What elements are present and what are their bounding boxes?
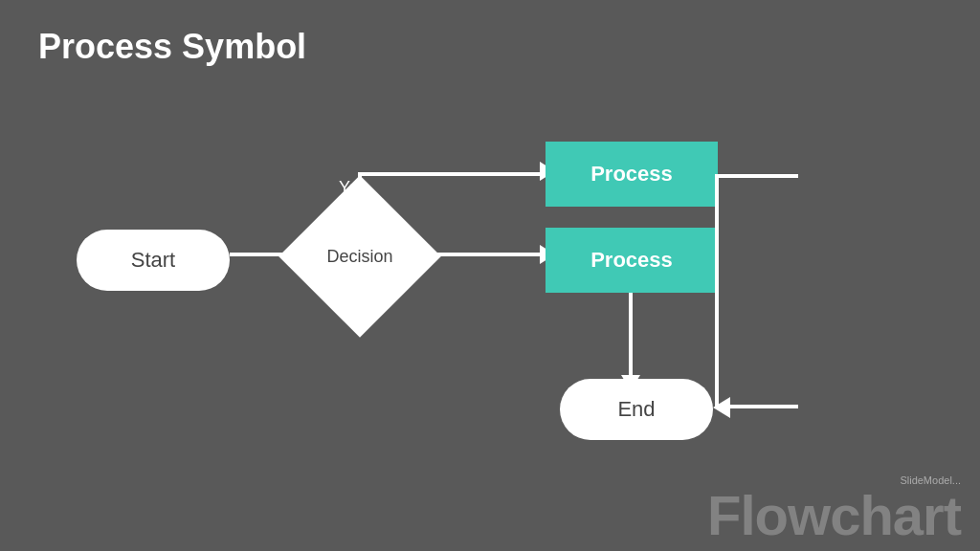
start-shape: Start xyxy=(77,230,230,291)
arrow-process2-to-end xyxy=(629,293,633,379)
watermark-large-text: Flowchart xyxy=(707,484,961,546)
bracket-vertical-line xyxy=(715,174,719,408)
arrow-no-to-process2 xyxy=(417,253,546,256)
bracket-arrow-to-end xyxy=(713,397,730,418)
yes-label: Yes xyxy=(339,178,367,198)
no-label: No xyxy=(339,295,361,315)
process2-label: Process xyxy=(590,248,673,273)
decision-label: Decision xyxy=(302,231,417,281)
process1-label: Process xyxy=(590,162,673,187)
end-label: End xyxy=(617,397,655,422)
start-label: Start xyxy=(131,248,175,273)
flowchart-container: Start Decision Yes No Process Process xyxy=(0,86,980,526)
slide: Process Symbol Start Decision Yes No Pro… xyxy=(0,0,980,551)
watermark: SlideModel... Flowchart xyxy=(707,474,961,543)
bracket-top-line xyxy=(716,174,798,178)
line-decision-up xyxy=(358,172,362,215)
end-shape: End xyxy=(560,379,713,440)
page-title: Process Symbol xyxy=(38,27,306,67)
process1-shape: Process xyxy=(546,142,718,207)
process2-shape: Process xyxy=(546,228,718,293)
line-yes-horizontal xyxy=(358,172,546,176)
